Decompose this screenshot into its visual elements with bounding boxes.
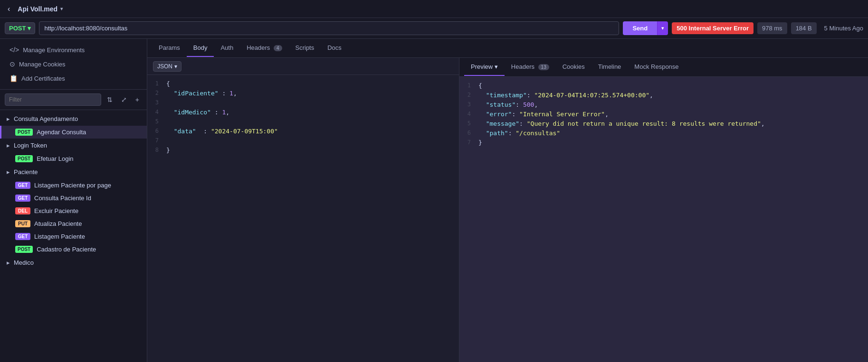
app-title-text: Api Voll.med	[18, 5, 57, 13]
tab-mock-response[interactable]: Mock Response	[628, 58, 685, 76]
folder-paciente[interactable]: ▸ Paciente	[0, 165, 147, 179]
folder-login-token[interactable]: ▸ Login Token	[0, 139, 147, 152]
code-line-7: 7	[147, 137, 459, 146]
folder-medico[interactable]: ▸ Medico	[0, 256, 147, 269]
tab-timeline[interactable]: Timeline	[591, 58, 628, 76]
body-format-chevron-icon: ▾	[174, 63, 177, 70]
url-bar: POST ▾ Send ▾ 500 Internal Server Error …	[0, 18, 868, 39]
expand-button[interactable]: ⤢	[118, 94, 130, 105]
tab-headers[interactable]: Headers 4	[240, 39, 288, 57]
request-body-panel: JSON ▾ 1 { 2 "idPaciente" : 1, 3	[147, 58, 459, 362]
url-input[interactable]	[39, 21, 619, 35]
resp-code-line-4: 4 "error": "Internal Server Error",	[459, 110, 868, 120]
main-layout: </> Manage Environments ⊙ Manage Cookies…	[0, 39, 868, 362]
api-item-label: Listagem Paciente	[34, 233, 85, 240]
folder-label: Paciente	[14, 168, 38, 176]
app-title[interactable]: Api Voll.med ▾	[18, 5, 63, 13]
manage-environments-icon: </>	[10, 46, 19, 54]
status-code: 500	[677, 25, 687, 32]
resp-code-line-3: 3 "status": 500,	[459, 101, 868, 110]
tab-body[interactable]: Body	[187, 39, 214, 57]
api-item-label: Listagem Paciente por page	[34, 182, 111, 189]
body-format-selector[interactable]: JSON ▾	[153, 61, 181, 72]
response-code-viewer: 1 { 2 "timestamp": "2024-07-04T14:07:25.…	[459, 77, 868, 362]
add-certificates-item[interactable]: 📋 Add Certificates	[5, 71, 142, 85]
tab-auth[interactable]: Auth	[214, 39, 240, 57]
body-toolbar: JSON ▾	[147, 58, 459, 75]
api-item-consulta-paciente-id[interactable]: GET Consulta Paciente Id	[0, 192, 147, 204]
api-item-label: Excluir Paciente	[34, 207, 78, 214]
tab-params[interactable]: Params	[152, 39, 187, 57]
tab-preview[interactable]: Preview ▾	[464, 58, 505, 76]
api-item-listagem-paciente[interactable]: GET Listagem Paciente	[0, 230, 147, 243]
send-button[interactable]: Send	[623, 21, 657, 35]
tab-cookies[interactable]: Cookies	[556, 58, 591, 76]
api-item-atualiza-paciente[interactable]: PUT Atualiza Paciente	[0, 217, 147, 230]
response-panel: Preview ▾ Headers 13 Cookies Timeline Mo…	[459, 58, 868, 362]
sidebar: </> Manage Environments ⊙ Manage Cookies…	[0, 39, 147, 362]
sort-button[interactable]: ⇅	[104, 94, 115, 105]
api-item-listagem-paciente-page[interactable]: GET Listagem Paciente por page	[0, 179, 147, 192]
folder-label: Login Token	[14, 142, 47, 149]
api-item-agendar-consulta[interactable]: POST Agendar Consulta	[0, 126, 147, 139]
resp-code-line-7: 7 }	[459, 139, 868, 148]
response-tabs-bar: Preview ▾ Headers 13 Cookies Timeline Mo…	[459, 58, 868, 77]
tab-scripts[interactable]: Scripts	[289, 39, 321, 57]
resp-headers-count-badge: 13	[538, 64, 549, 70]
api-item-label: Consulta Paciente Id	[34, 195, 91, 202]
filter-input[interactable]	[5, 93, 101, 106]
code-line-4: 4 "idMedico" : 1,	[147, 108, 459, 118]
back-button[interactable]: ‹	[5, 3, 13, 15]
sidebar-top: </> Manage Environments ⊙ Manage Cookies…	[0, 39, 147, 90]
api-item-label: Agendar Consulta	[37, 129, 86, 136]
api-item-label: Cadastro de Paciente	[37, 246, 96, 253]
code-line-2: 2 "idPaciente" : 1,	[147, 89, 459, 99]
filter-row: ⇅ ⤢ +	[0, 90, 147, 110]
api-item-efetuar-login[interactable]: POST Efetuar Login	[0, 152, 147, 165]
code-line-5: 5	[147, 118, 459, 127]
code-line-6: 6 "data" : "2024-07-09T15:00"	[147, 127, 459, 137]
preview-chevron-icon: ▾	[495, 63, 498, 70]
method-label: POST	[9, 25, 26, 32]
method-badge-get: GET	[15, 233, 30, 240]
folder-label: Consulta Agendamento	[14, 115, 78, 122]
folder-label: Medico	[14, 259, 34, 266]
manage-cookies-item[interactable]: ⊙ Manage Cookies	[5, 57, 142, 71]
api-item-label: Atualiza Paciente	[34, 220, 82, 227]
split-area: JSON ▾ 1 { 2 "idPaciente" : 1, 3	[147, 58, 868, 362]
method-badge-get: GET	[15, 195, 30, 202]
method-badge-post: POST	[15, 129, 33, 136]
method-badge-post: POST	[15, 155, 33, 162]
top-bar: ‹ Api Voll.med ▾	[0, 0, 868, 18]
response-time: 978 ms	[757, 22, 787, 34]
code-line-8: 8 }	[147, 146, 459, 156]
method-selector[interactable]: POST ▾	[5, 22, 35, 34]
api-item-cadastro-paciente[interactable]: POST Cadastro de Paciente	[0, 243, 147, 256]
folder-icon: ▸	[7, 142, 10, 149]
tab-docs[interactable]: Docs	[321, 39, 348, 57]
request-code-editor[interactable]: 1 { 2 "idPaciente" : 1, 3 4 "idMedico" :…	[147, 75, 459, 362]
status-badge: 500 Internal Server Error	[672, 22, 754, 34]
code-line-3: 3	[147, 99, 459, 108]
folder-consulta-agendamento[interactable]: ▸ Consulta Agendamento	[0, 112, 147, 126]
api-item-excluir-paciente[interactable]: DEL Excluir Paciente	[0, 204, 147, 217]
send-button-group: Send ▾	[623, 21, 668, 35]
resp-code-line-5: 5 "message": "Query did not return a uni…	[459, 120, 868, 129]
method-badge-del: DEL	[15, 207, 30, 214]
resp-code-line-2: 2 "timestamp": "2024-07-04T14:07:25.574+…	[459, 91, 868, 101]
folder-icon: ▸	[7, 115, 10, 122]
manage-environments-label: Manage Environments	[23, 46, 85, 54]
method-chevron-icon: ▾	[28, 25, 31, 32]
method-badge-get: GET	[15, 182, 30, 189]
manage-environments-item[interactable]: </> Manage Environments	[5, 43, 142, 57]
add-folder-button[interactable]: +	[133, 94, 142, 105]
tab-resp-headers[interactable]: Headers 13	[505, 58, 556, 76]
folder-icon: ▸	[7, 259, 10, 266]
method-badge-put: PUT	[15, 220, 30, 227]
timestamp: 5 Minutes Ago	[824, 25, 863, 32]
send-dropdown-button[interactable]: ▾	[657, 21, 668, 35]
method-badge-post: POST	[15, 246, 33, 253]
body-format-label: JSON	[157, 63, 172, 70]
request-tabs-bar: Params Body Auth Headers 4 Scripts Docs	[147, 39, 868, 58]
sidebar-content: ▸ Consulta Agendamento POST Agendar Cons…	[0, 110, 147, 271]
